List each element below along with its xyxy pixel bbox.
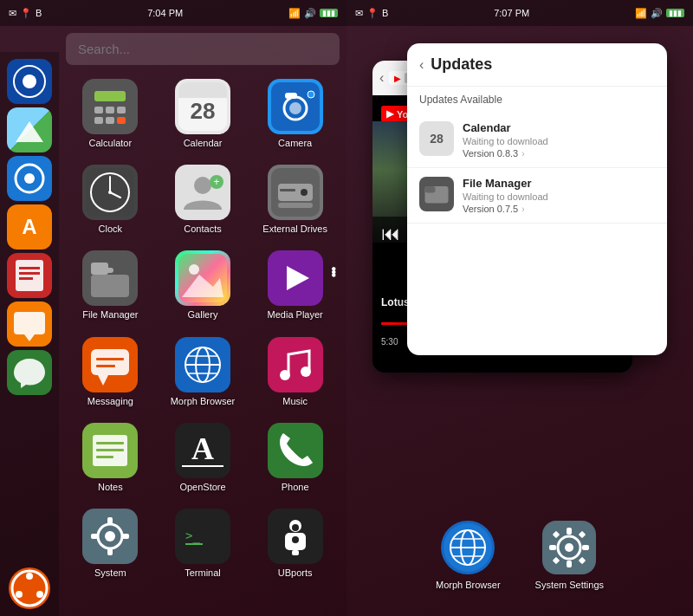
app-file-manager[interactable]: File Manager	[66, 245, 155, 326]
app-media-player[interactable]: Media Player •••	[250, 245, 340, 326]
media-player-icon	[268, 250, 323, 306]
sidebar-item-3[interactable]: A	[7, 204, 52, 250]
svg-rect-56	[91, 349, 129, 375]
svg-rect-72	[96, 449, 124, 451]
multitask-area: ‹ ▶ m ▶YouTube	[346, 26, 693, 512]
sidebar-ubuntu[interactable]	[9, 567, 50, 609]
updates-header: ‹ Updates	[407, 43, 667, 87]
updates-subtitle: Updates Available	[407, 87, 667, 113]
search-input[interactable]	[66, 33, 340, 65]
terminal-label: Terminal	[185, 567, 221, 579]
sidebar-item-0[interactable]	[7, 59, 52, 104]
app-calendar[interactable]: 28 Calendar	[159, 74, 248, 154]
calendar-update-status: Waiting to download	[463, 136, 655, 146]
more-options-dots[interactable]: •••	[326, 267, 340, 276]
sidebar-item-4[interactable]	[7, 253, 52, 298]
svg-point-29	[289, 102, 301, 114]
music-label: Music	[282, 396, 308, 407]
svg-rect-18	[106, 107, 114, 113]
camera-label: Camera	[278, 138, 312, 149]
app-openstore[interactable]: A OpenStore	[159, 418, 248, 498]
sidebar-item-6[interactable]	[7, 350, 52, 395]
calendar-update-name: Calendar	[463, 121, 655, 134]
svg-point-31	[308, 91, 314, 98]
filemanager-update-status: Waiting to download	[463, 191, 655, 202]
svg-rect-8	[19, 277, 33, 280]
svg-rect-45	[278, 203, 313, 208]
music-icon	[268, 337, 323, 392]
svg-rect-22	[117, 117, 126, 124]
svg-rect-16	[94, 91, 126, 101]
app-messaging[interactable]: Messaging	[66, 332, 155, 412]
svg-rect-5	[16, 260, 43, 291]
app-camera[interactable]: Camera	[250, 74, 340, 154]
openstore-icon: A	[175, 423, 230, 478]
calendar-icon: 28	[175, 79, 230, 134]
svg-rect-81	[107, 517, 113, 524]
updates-title: Updates	[431, 55, 492, 74]
morph-browser-label: Morph Browser	[171, 396, 236, 407]
svg-point-68	[301, 366, 311, 377]
status-bar-left: ✉📍B 7:04 PM 📶🔊▮▮▮	[0, 0, 346, 26]
external-drives-icon	[268, 165, 323, 220]
updates-back-btn[interactable]: ‹	[419, 57, 424, 73]
calendar-update-version[interactable]: Version 0.8.3 ›	[463, 148, 655, 159]
filemanager-update-name: File Manager	[463, 177, 655, 190]
openstore-label: OpenStore	[179, 482, 225, 493]
svg-point-92	[292, 536, 299, 543]
phone-label: Phone	[282, 482, 309, 493]
card-stack: ‹ ▶ m ▶YouTube	[372, 43, 667, 407]
app-terminal[interactable]: >_ Terminal	[159, 503, 248, 584]
updates-card[interactable]: ‹ Updates Updates Available 28 Calendar …	[407, 43, 667, 355]
app-notes[interactable]: Notes	[66, 418, 155, 498]
svg-rect-17	[94, 107, 103, 113]
svg-text:A: A	[191, 431, 214, 466]
app-calculator[interactable]: Calculator	[66, 74, 155, 154]
clock-icon	[82, 165, 138, 220]
app-clock[interactable]: Clock	[66, 159, 155, 240]
video-prev-btn[interactable]: ⏮	[381, 223, 400, 244]
system-label: System	[94, 567, 126, 579]
svg-rect-93	[292, 550, 299, 555]
app-phone[interactable]: Phone	[250, 418, 340, 498]
app-external-drives[interactable]: External Drives	[250, 159, 340, 240]
update-item-calendar[interactable]: 28 Calendar Waiting to download Version …	[407, 113, 667, 168]
svg-marker-2	[16, 121, 43, 142]
svg-rect-30	[285, 93, 297, 99]
svg-rect-82	[107, 548, 113, 555]
camera-icon	[268, 79, 323, 134]
sidebar-item-1[interactable]	[7, 107, 52, 152]
svg-point-4	[24, 173, 35, 184]
svg-rect-87	[185, 543, 203, 545]
svg-rect-105	[567, 528, 572, 535]
svg-rect-73	[96, 456, 113, 458]
app-gallery[interactable]: Gallery	[159, 245, 248, 326]
app-ubports[interactable]: UBports	[250, 503, 340, 584]
dock-morph-browser[interactable]: Morph Browser	[436, 521, 501, 590]
external-drives-label: External Drives	[262, 224, 327, 235]
browser-back-btn[interactable]: ‹	[379, 70, 384, 86]
app-morph-browser[interactable]: Morph Browser	[159, 332, 248, 412]
dock-system-settings[interactable]: System Settings	[535, 521, 604, 590]
sidebar-item-5[interactable]	[7, 302, 52, 347]
calendar-version-chevron: ›	[521, 149, 524, 159]
left-status-icons: ✉📍B	[9, 8, 42, 19]
file-manager-icon	[82, 250, 138, 306]
app-music[interactable]: Music	[250, 332, 340, 412]
svg-rect-48	[91, 275, 129, 297]
svg-rect-106	[567, 561, 572, 567]
sidebar-item-2[interactable]	[7, 156, 52, 201]
right-status-icons-left: ✉📍B	[355, 8, 388, 19]
svg-marker-10	[24, 334, 35, 341]
update-item-filemanager[interactable]: File Manager Waiting to download Version…	[407, 168, 667, 224]
left-panel: ✉📍B 7:04 PM 📶🔊▮▮▮ A	[0, 0, 346, 616]
svg-rect-71	[96, 442, 124, 444]
app-system[interactable]: System	[66, 503, 155, 584]
filemanager-update-version[interactable]: Version 0.7.5 ›	[463, 204, 655, 214]
svg-point-36	[108, 191, 112, 194]
svg-point-12	[26, 573, 33, 580]
apps-grid: Calculator 28 Calendar	[66, 74, 340, 584]
app-contacts[interactable]: + Contacts	[159, 159, 248, 240]
svg-text:+: +	[213, 176, 219, 188]
left-right-icons: 📶🔊▮▮▮	[288, 8, 338, 19]
